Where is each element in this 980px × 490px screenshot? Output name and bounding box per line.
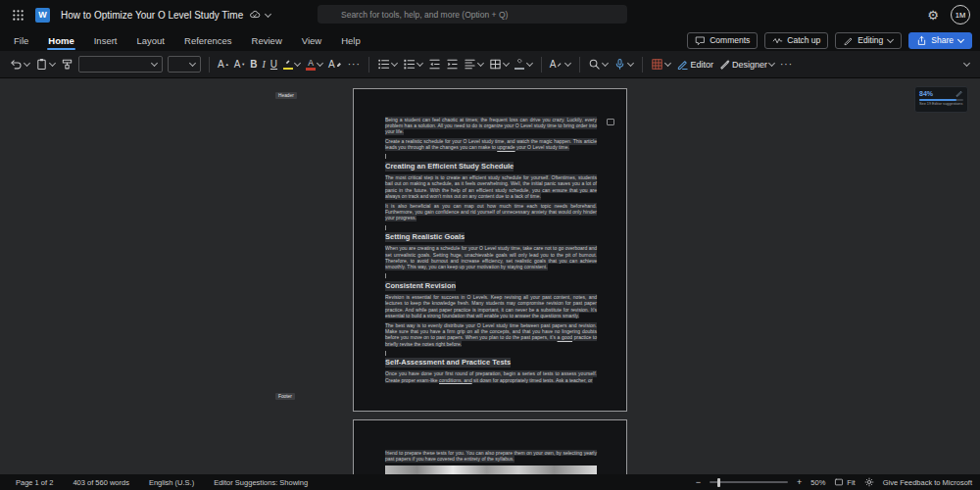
paragraph-mark <box>385 273 386 278</box>
shading-button[interactable] <box>514 59 533 71</box>
paragraph-mark <box>385 154 386 159</box>
doc-heading[interactable]: Setting Realistic Goals <box>385 233 597 242</box>
document-page-2[interactable]: friend to prepare these tests for you. Y… <box>353 419 627 474</box>
doc-paragraph[interactable]: It is also beneficial as you can map out… <box>385 203 597 221</box>
zoom-in-button[interactable]: + <box>797 478 802 487</box>
editor-score-card[interactable]: 84% See 19 Editor suggestions <box>914 86 968 113</box>
tab-file[interactable]: File <box>4 29 38 51</box>
doc-paragraph[interactable]: Create a realistic schedule for your O L… <box>385 138 597 151</box>
doc-paragraph[interactable]: Being a student can feel chaotic at time… <box>385 117 597 135</box>
editing-label: Editing <box>858 35 883 45</box>
undo-button[interactable] <box>10 58 30 71</box>
underline-button[interactable]: U <box>270 60 277 70</box>
italic-button[interactable]: I <box>263 60 266 70</box>
doc-heading[interactable]: Self-Assessment and Practice Tests <box>385 359 597 368</box>
doc-heading[interactable]: Creating an Efficient Study Schedule <box>385 162 597 171</box>
page-color-icon[interactable] <box>864 477 874 487</box>
app-launcher-icon[interactable] <box>10 7 25 23</box>
increase-indent-button[interactable] <box>446 58 459 71</box>
alignment-button[interactable] <box>464 58 484 71</box>
settings-gear-icon[interactable]: ⚙ <box>927 9 939 22</box>
doc-paragraph[interactable]: Once you have done your first round of p… <box>385 371 597 384</box>
editor-label: Editor <box>690 60 713 70</box>
catch-up-button[interactable]: Catch up <box>764 32 828 49</box>
bold-button[interactable]: B <box>250 60 257 70</box>
zoom-slider[interactable] <box>710 481 788 483</box>
share-chevron-icon <box>957 35 964 42</box>
numbered-list-button[interactable] <box>403 58 423 71</box>
font-color-button[interactable]: A <box>306 59 323 71</box>
search-input[interactable] <box>318 5 627 24</box>
word-count-status[interactable]: 403 of 560 words <box>73 478 129 487</box>
doc-text: Consistent Revision <box>385 281 456 291</box>
numbered-list-chevron-icon <box>416 60 423 67</box>
clear-formatting-button[interactable]: A <box>328 60 343 70</box>
page-count-status[interactable]: Page 1 of 2 <box>16 478 53 487</box>
ellipsis-icon: ··· <box>780 60 793 70</box>
word-app-icon[interactable]: W <box>35 8 50 23</box>
doc-paragraph[interactable]: The best way is to evenly distribute you… <box>385 322 597 347</box>
text-effects-button[interactable]: A <box>550 60 572 70</box>
catch-up-label: Catch up <box>787 35 820 45</box>
document-title[interactable]: How to Optimize Your O Level Study Time <box>61 10 243 21</box>
italic-icon: I <box>263 60 266 70</box>
tab-references[interactable]: References <box>174 29 242 51</box>
document-image[interactable] <box>385 466 597 474</box>
tab-home[interactable]: Home <box>38 29 83 51</box>
comment-marker-icon[interactable] <box>607 119 614 125</box>
editor-score-note: See 19 Editor suggestions <box>919 102 963 106</box>
decrease-indent-button[interactable] <box>428 58 441 71</box>
bullet-list-button[interactable] <box>377 58 398 71</box>
zoom-slider-handle[interactable] <box>717 478 720 487</box>
font-color-chevron-icon <box>317 60 323 67</box>
tab-layout[interactable]: Layout <box>126 29 174 51</box>
shading-fill-icon <box>514 59 525 71</box>
comments-button[interactable]: Comments <box>687 32 758 49</box>
language-status[interactable]: English (U.S.) <box>149 478 194 487</box>
editing-mode-button[interactable]: Editing <box>835 32 902 49</box>
doc-text: Creating an Efficient Study Schedule <box>385 162 514 172</box>
feedback-link[interactable]: Give Feedback to Microsoft <box>883 478 972 487</box>
doc-paragraph[interactable]: When you are creating a schedule for you… <box>385 246 597 270</box>
dictate-chevron-icon <box>627 60 634 67</box>
doc-paragraph[interactable]: The most critical step is to create an e… <box>385 174 597 199</box>
dictate-button[interactable] <box>613 58 634 71</box>
find-button[interactable] <box>588 58 609 71</box>
zoom-out-button[interactable]: − <box>696 478 701 487</box>
document-page-1[interactable]: Being a student can feel chaotic at time… <box>353 88 627 412</box>
editor-suggestions-status[interactable]: Editor Suggestions: Showing <box>214 478 308 487</box>
designer-chevron-icon <box>768 60 775 67</box>
share-icon <box>916 35 927 46</box>
add-ins-button[interactable] <box>651 58 671 71</box>
format-painter-button[interactable] <box>61 58 74 71</box>
highlight-color-button[interactable] <box>282 59 301 71</box>
paragraph-mark <box>385 351 386 356</box>
doc-heading[interactable]: Consistent Revision <box>385 281 597 290</box>
title-dropdown-chevron-icon[interactable] <box>265 10 271 17</box>
tab-view[interactable]: View <box>292 29 331 51</box>
font-size-select[interactable] <box>168 56 201 73</box>
doc-paragraph[interactable]: friend to prepare these tests for you. Y… <box>385 450 597 463</box>
fit-to-page-button[interactable]: Fit <box>834 477 855 487</box>
designer-button[interactable]: Designer <box>718 58 775 71</box>
table-button[interactable] <box>489 58 510 71</box>
tab-insert[interactable]: Insert <box>84 29 127 51</box>
align-text-icon <box>464 58 476 71</box>
paste-button[interactable] <box>35 58 56 71</box>
more-font-options-button[interactable]: ··· <box>348 60 361 70</box>
doc-paragraph[interactable]: Revision is essential for success in O L… <box>385 294 597 318</box>
table-icon <box>489 58 502 71</box>
grow-font-button[interactable]: A▲ <box>218 60 229 70</box>
account-avatar[interactable]: 1M <box>951 5 970 24</box>
tab-help[interactable]: Help <box>331 29 370 51</box>
zoom-level[interactable]: 50% <box>810 478 825 487</box>
collapse-ribbon-button[interactable] <box>963 61 970 68</box>
tab-review[interactable]: Review <box>242 29 292 51</box>
toolbar-overflow-button[interactable]: ··· <box>780 60 793 70</box>
document-canvas[interactable]: Being a student can feel chaotic at time… <box>0 78 980 474</box>
font-name-select[interactable] <box>78 56 163 73</box>
doc-text-underlined: a good <box>558 334 573 341</box>
editor-button[interactable]: Editor <box>676 58 713 71</box>
share-button[interactable]: Share <box>908 32 972 49</box>
shrink-font-button[interactable]: A▼ <box>234 60 246 70</box>
